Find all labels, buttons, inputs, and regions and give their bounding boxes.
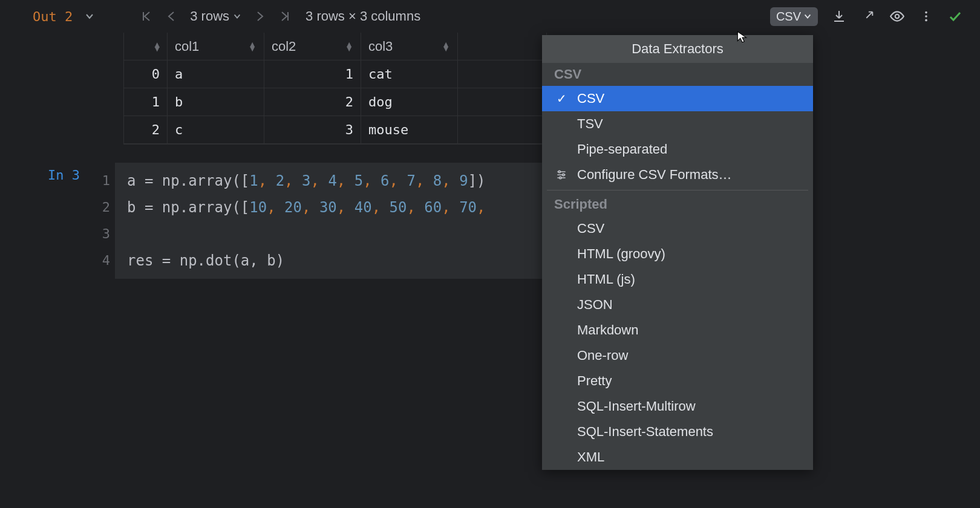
table-row[interactable]: 1 b 2 dog <box>124 88 546 116</box>
table-row[interactable]: 0 a 1 cat <box>124 60 546 88</box>
in-cell-label: In 3 <box>44 163 80 279</box>
cell-col3: cat <box>361 60 458 88</box>
popup-item-label: HTML (js) <box>577 272 635 287</box>
svg-point-5 <box>563 174 564 175</box>
popup-item[interactable]: SQL-Insert-Multirow <box>542 394 813 419</box>
popup-item[interactable]: Pipe-separated <box>542 137 813 162</box>
popup-item[interactable]: JSON <box>542 292 813 318</box>
svg-point-4 <box>558 171 560 172</box>
page-first-icon[interactable] <box>139 9 154 24</box>
line-gutter: 1234 <box>80 163 110 279</box>
download-icon[interactable] <box>831 8 847 24</box>
extractor-label: CSV <box>776 10 801 24</box>
popup-item-label: CSV <box>577 91 604 106</box>
rows-selector[interactable]: 3 rows <box>190 8 241 24</box>
popup-item-label: CSV <box>577 221 604 236</box>
open-external-icon[interactable] <box>860 8 876 24</box>
page-last-icon[interactable] <box>278 9 292 24</box>
popup-item[interactable]: SQL-Insert-Statements <box>542 419 813 444</box>
svg-point-0 <box>895 15 900 19</box>
table-row[interactable]: 2 c 3 mouse <box>124 116 546 144</box>
svg-point-2 <box>925 15 927 18</box>
popup-item[interactable]: Markdown <box>542 318 813 343</box>
data-extractors-popup: Data Extractors CSV✓CSVTSVPipe-separated… <box>542 35 813 470</box>
popup-item[interactable]: One-row <box>542 343 813 368</box>
popup-item-label: Markdown <box>577 322 638 338</box>
col3-header[interactable]: col3 <box>361 33 458 60</box>
check-icon <box>947 8 963 24</box>
popup-section-label: Scripted <box>542 193 813 216</box>
extractor-dropdown[interactable]: CSV <box>770 7 818 26</box>
popup-item-label: Pretty <box>577 373 612 389</box>
row-index: 2 <box>124 116 168 143</box>
popup-item-label: Pipe-separated <box>577 142 667 157</box>
chevron-down-icon[interactable] <box>85 11 94 21</box>
cell-col2: 2 <box>264 88 361 116</box>
data-table: col1 col2 col3 0 a 1 cat1 b 2 dog2 c 3 m… <box>123 33 547 145</box>
popup-item-label: SQL-Insert-Multirow <box>577 399 696 414</box>
cell-col1: a <box>168 60 264 88</box>
page-prev-icon[interactable] <box>165 9 179 24</box>
popup-item-label: SQL-Insert-Statements <box>577 424 713 440</box>
cell-col1: b <box>168 88 264 116</box>
col2-header[interactable]: col2 <box>264 33 361 60</box>
popup-title: Data Extractors <box>542 35 813 63</box>
popup-item-label: TSV <box>577 116 603 132</box>
check-icon: ✓ <box>557 91 567 106</box>
popup-item-label: XML <box>577 449 604 465</box>
popup-item[interactable]: XML <box>542 444 813 470</box>
row-index: 1 <box>124 88 168 116</box>
popup-item-label: JSON <box>577 297 613 313</box>
popup-item[interactable]: CSV <box>542 216 813 241</box>
popup-item[interactable]: Configure CSV Formats… <box>542 162 813 187</box>
svg-point-3 <box>925 19 927 22</box>
cell-col2: 3 <box>264 116 361 143</box>
cell-col1: c <box>168 116 264 143</box>
popup-item[interactable]: TSV <box>542 111 813 137</box>
col-index-header[interactable] <box>124 33 168 60</box>
popup-item[interactable]: Pretty <box>542 368 813 394</box>
popup-item[interactable]: HTML (groovy) <box>542 241 813 267</box>
separator <box>547 190 808 190</box>
svg-point-1 <box>925 11 927 14</box>
row-index: 0 <box>124 60 168 88</box>
more-icon[interactable] <box>918 8 934 24</box>
popup-item-label: HTML (groovy) <box>577 246 665 262</box>
cell-col3: dog <box>361 88 458 116</box>
popup-item[interactable]: ✓CSV <box>542 86 813 111</box>
svg-point-6 <box>560 177 561 178</box>
popup-item-label: One-row <box>577 348 628 363</box>
sliders-icon <box>555 169 567 181</box>
page-next-icon[interactable] <box>252 9 267 24</box>
out-cell-label: Out 2 <box>33 9 73 24</box>
cell-col2: 1 <box>264 60 361 88</box>
mouse-cursor-icon <box>736 30 749 44</box>
rows-label: 3 rows <box>190 8 229 24</box>
popup-item[interactable]: HTML (js) <box>542 267 813 292</box>
table-dimensions: 3 rows × 3 columns <box>305 8 420 24</box>
popup-item-label: Configure CSV Formats… <box>577 167 732 183</box>
popup-section-label: CSV <box>542 63 813 86</box>
cell-col3: mouse <box>361 116 458 143</box>
col1-header[interactable]: col1 <box>168 33 264 60</box>
eye-icon[interactable] <box>889 8 905 24</box>
